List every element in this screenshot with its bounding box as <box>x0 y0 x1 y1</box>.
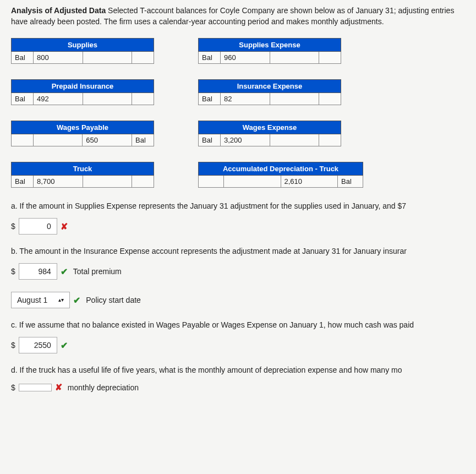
question-c-text: c. If we assume that no balance existed … <box>11 320 465 329</box>
answer-a-input[interactable]: 0 <box>19 218 57 235</box>
account-header: Wages Expense <box>199 121 341 134</box>
account-header: Truck <box>12 162 154 176</box>
question-a-text: a. If the amount in Supplies Expense rep… <box>11 201 465 210</box>
intro-paragraph: Analysis of Adjusted Data Selected T-acc… <box>11 6 465 27</box>
t-account-accum-dep-truck: Accumulated Depreciation - Truck 2,610 B… <box>198 162 363 188</box>
account-header: Supplies Expense <box>199 39 341 52</box>
answer-c-input[interactable]: 2550 <box>19 337 57 353</box>
answer-b2-select[interactable]: August 1 ▴▾ <box>11 292 70 308</box>
t-account-wages-expense: Wages Expense Bal 3,200 <box>198 121 341 146</box>
account-header: Accumulated Depreciation - Truck <box>199 162 363 176</box>
t-account-supplies: Supplies Bal 800 <box>11 38 154 64</box>
answer-b1-input[interactable]: 984 <box>19 263 57 280</box>
dollar-sign: $ <box>11 383 15 392</box>
dollar-sign: $ <box>11 222 15 231</box>
account-header: Supplies <box>12 39 154 52</box>
chevron-updown-icon: ▴▾ <box>58 297 64 303</box>
answer-b2-label: Policy start date <box>86 296 141 304</box>
check-icon: ✔ <box>61 266 68 277</box>
dollar-sign: $ <box>11 341 15 350</box>
account-header: Prepaid Insurance <box>12 80 154 93</box>
cross-icon: ✘ <box>61 221 68 232</box>
check-icon: ✔ <box>73 295 80 306</box>
answer-d-input[interactable] <box>19 384 52 391</box>
question-b-text: b. The amount in the Insurance Expense a… <box>11 247 465 255</box>
t-accounts-grid: Supplies Bal 800 Supplies Expense Bal 96… <box>11 38 465 188</box>
t-account-prepaid-insurance: Prepaid Insurance Bal 492 <box>11 79 154 105</box>
t-account-wages-payable: Wages Payable 650 Bal <box>11 121 154 146</box>
account-header: Insurance Expense <box>199 80 341 93</box>
t-account-truck: Truck Bal 8,700 <box>11 162 154 188</box>
question-d-text: d. If the truck has a useful life of fiv… <box>11 366 465 374</box>
cross-icon: ✘ <box>55 382 62 393</box>
check-icon: ✔ <box>61 340 68 351</box>
dollar-sign: $ <box>11 267 15 276</box>
intro-title: Analysis of Adjusted Data <box>11 6 106 15</box>
answer-d-label: monthly depreciation <box>68 383 139 392</box>
account-header: Wages Payable <box>12 121 154 134</box>
select-value: August 1 <box>17 296 47 304</box>
answer-b1-label: Total premium <box>73 267 122 276</box>
t-account-insurance-expense: Insurance Expense Bal 82 <box>198 79 341 105</box>
t-account-supplies-expense: Supplies Expense Bal 960 <box>198 38 341 64</box>
